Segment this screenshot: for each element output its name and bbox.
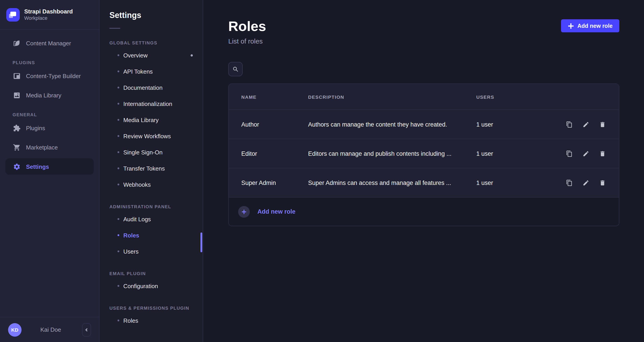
subnav-item-internationalization[interactable]: Internationalization xyxy=(100,96,203,112)
sidebar-item-label: Media Library xyxy=(26,92,62,99)
cart-icon xyxy=(12,143,21,151)
edit-role-button[interactable] xyxy=(582,120,590,128)
subnav-heading-users-permissions-plugin: Users & Permissions plugin xyxy=(110,306,203,310)
role-description: Super Admins can access and manage all f… xyxy=(308,179,476,186)
bullet-icon xyxy=(118,151,119,153)
table-header-row: Name Description Users xyxy=(229,84,619,110)
page-title: Roles xyxy=(228,19,266,34)
subnav-item-api-tokens[interactable]: API Tokens xyxy=(100,63,203,80)
subnav-item-media-library[interactable]: Media Library xyxy=(100,112,203,128)
row-actions xyxy=(565,149,606,158)
role-users-count: 1 user xyxy=(476,121,565,128)
sidebar-item-label: Content Manager xyxy=(26,40,71,47)
table-row-author[interactable]: Author Authors can manage the content th… xyxy=(229,110,619,139)
delete-role-button[interactable] xyxy=(598,149,606,158)
brand-title: Strapi Dashboard xyxy=(24,8,73,15)
subnav-divider xyxy=(110,28,120,29)
page-subtitle: List of roles xyxy=(228,37,266,45)
bullet-icon xyxy=(118,285,119,287)
strapi-logo-icon xyxy=(6,8,20,21)
main-content: Roles List of roles Add new role Name De… xyxy=(203,0,644,342)
sidebar-item-content-manager[interactable]: Content Manager xyxy=(6,35,94,51)
sidebar-item-label: Settings xyxy=(26,163,49,170)
subnav-item-roles[interactable]: Roles xyxy=(100,227,203,243)
collapse-sidebar-button[interactable] xyxy=(82,323,91,336)
footer-add-label: Add new role xyxy=(258,208,296,215)
duplicate-role-button[interactable] xyxy=(565,120,573,128)
subnav-item-overview[interactable]: Overview xyxy=(100,47,203,63)
pencil-icon xyxy=(582,150,589,157)
settings-subnav: Settings Global Settings Overview API To… xyxy=(100,0,203,342)
subnav-item-webhooks[interactable]: Webhooks xyxy=(100,176,203,193)
plus-icon xyxy=(568,23,574,29)
roles-table: Name Description Users Author Authors ca… xyxy=(229,84,619,197)
bullet-icon xyxy=(118,234,119,236)
subnav-scrollbar-thumb[interactable] xyxy=(200,232,202,252)
table-row-super-admin[interactable]: Super Admin Super Admins can access and … xyxy=(229,168,619,197)
subnav-item-review-workflows[interactable]: Review Workflows xyxy=(100,128,203,144)
subnav-item-transfer-tokens[interactable]: Transfer Tokens xyxy=(100,160,203,176)
bullet-icon xyxy=(118,250,119,252)
duplicate-icon xyxy=(566,150,572,157)
edit-role-button[interactable] xyxy=(582,179,590,187)
trash-icon xyxy=(599,150,606,157)
notification-dot xyxy=(190,54,193,56)
trash-icon xyxy=(599,179,606,186)
bullet-icon xyxy=(118,319,119,321)
role-name: Author xyxy=(241,121,308,128)
layout-grid-icon xyxy=(12,72,21,80)
sidebar-item-media-library[interactable]: Media Library xyxy=(6,87,94,103)
sidebar-user-footer: KD Kai Doe xyxy=(0,317,99,342)
table-footer-add-role[interactable]: Add new role xyxy=(229,197,619,226)
duplicate-role-button[interactable] xyxy=(565,149,573,158)
sidebar-item-settings[interactable]: Settings xyxy=(6,158,94,175)
subnav-item-audit-logs[interactable]: Audit Logs xyxy=(100,211,203,227)
column-header-name: Name xyxy=(241,94,308,99)
pencil-icon xyxy=(582,179,589,186)
main-sidebar: Strapi Dashboard Workplace Content Manag… xyxy=(0,0,100,342)
sidebar-item-plugins[interactable]: Plugins xyxy=(6,120,94,136)
bullet-icon xyxy=(118,184,119,185)
duplicate-icon xyxy=(566,179,572,186)
sidebar-item-label: Plugins xyxy=(26,125,45,131)
edit-role-button[interactable] xyxy=(582,149,590,158)
bullet-icon xyxy=(118,71,119,72)
duplicate-role-button[interactable] xyxy=(565,179,573,187)
role-users-count: 1 user xyxy=(476,179,565,186)
role-name: Editor xyxy=(241,150,308,157)
sidebar-item-label: Content-Type Builder xyxy=(26,73,81,79)
subnav-item-documentation[interactable]: Documentation xyxy=(100,80,203,96)
search-button[interactable] xyxy=(228,62,242,76)
role-description: Editors can manage and publish contents … xyxy=(308,150,476,157)
plus-circle-icon xyxy=(238,206,250,217)
page-header: Roles List of roles Add new role xyxy=(228,19,619,45)
app-window: Strapi Dashboard Workplace Content Manag… xyxy=(0,0,644,342)
subnav-item-configuration[interactable]: Configuration xyxy=(100,278,203,294)
bullet-icon xyxy=(118,54,119,56)
bullet-icon xyxy=(118,87,119,88)
pen-icon xyxy=(12,39,21,47)
delete-role-button[interactable] xyxy=(598,179,606,187)
gear-icon xyxy=(12,162,21,171)
column-header-users: Users xyxy=(476,94,606,99)
table-row-editor[interactable]: Editor Editors can manage and publish co… xyxy=(229,139,619,168)
delete-role-button[interactable] xyxy=(598,120,606,128)
subnav-title: Settings xyxy=(110,11,203,20)
avatar[interactable]: KD xyxy=(8,323,22,336)
sidebar-item-content-type-builder[interactable]: Content-Type Builder xyxy=(6,68,94,84)
subnav-item-users[interactable]: Users xyxy=(100,243,203,259)
user-name: Kai Doe xyxy=(40,326,61,333)
brand[interactable]: Strapi Dashboard Workplace xyxy=(0,0,99,30)
sidebar-item-marketplace[interactable]: Marketplace xyxy=(6,139,94,155)
subnav-item-upp-roles[interactable]: Roles xyxy=(100,312,203,328)
bullet-icon xyxy=(118,135,119,137)
subnav-item-single-sign-on[interactable]: Single Sign-On xyxy=(100,144,203,160)
bullet-icon xyxy=(118,119,119,121)
role-description: Authors can manage the content they have… xyxy=(308,121,476,128)
roles-table-card: Name Description Users Author Authors ca… xyxy=(228,84,619,226)
row-actions xyxy=(565,120,606,128)
add-new-role-button[interactable]: Add new role xyxy=(561,19,619,32)
row-actions xyxy=(565,179,606,187)
sidebar-heading-plugins: Plugins xyxy=(12,60,92,65)
puzzle-icon xyxy=(12,124,21,132)
